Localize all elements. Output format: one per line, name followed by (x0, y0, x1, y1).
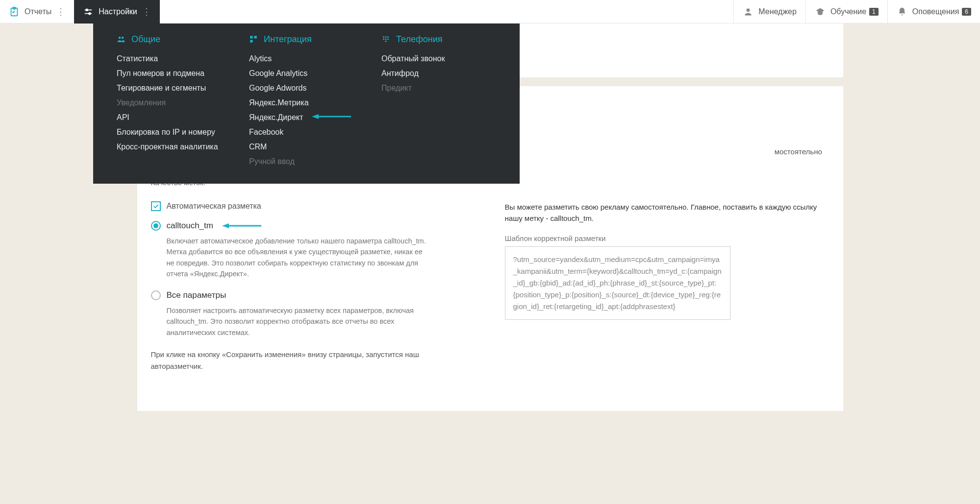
svg-point-15 (383, 38, 384, 40)
dropdown-item-label: Блокировка по IP и номеру (117, 128, 215, 136)
radio-allparams[interactable] (151, 290, 161, 300)
dropdown-col-telephony: Телефония Обратный звонокАнтифродПредикт (373, 34, 505, 169)
nav-settings-label: Настройки (99, 7, 137, 16)
right-intro: Вы можете разметить свою рекламу самосто… (505, 201, 829, 224)
dropdown-item: Предикт (381, 81, 496, 96)
svg-point-6 (122, 36, 124, 39)
dialpad-icon (381, 35, 391, 45)
dropdown-item[interactable]: Тегирование и сегменты (117, 81, 231, 96)
nav-alerts[interactable]: Оповещения 6 (887, 0, 980, 24)
radio-calltouch[interactable] (151, 221, 161, 231)
person-icon (743, 6, 754, 17)
dropdown-item[interactable]: CRM (249, 140, 364, 154)
dropdown-item-label: Google Adwords (249, 84, 306, 92)
radio-calltouch-block: calltouch_tm Включает автоматическое доб… (151, 221, 476, 280)
graduation-icon (815, 6, 826, 17)
nav-training-label: Обучение (830, 7, 866, 16)
dropdown-item-label: Статистика (117, 54, 158, 63)
dropdown-item-label: Alytics (249, 54, 272, 63)
svg-point-18 (385, 41, 387, 42)
dropdown-item[interactable]: Пул номеров и подмена (117, 66, 231, 81)
dropdown-item[interactable]: Яндекс.Директ (249, 110, 364, 125)
dropdown-item-label: Обратный звонок (381, 54, 445, 63)
dropdown-item-label: Facebook (249, 128, 283, 136)
svg-marker-11 (312, 114, 319, 119)
radio-allparams-block: Все параметры Позволяет настроить автома… (151, 290, 476, 338)
dropdown-item-label: Пул номеров и подмена (117, 69, 204, 77)
dropdown-header-general-label: Общие (131, 34, 160, 45)
dropdown-item[interactable]: Блокировка по IP и номеру (117, 125, 231, 140)
dropdown-header-telephony-label: Телефония (396, 34, 442, 45)
right-column: Вы можете разметить свою рекламу самосто… (490, 201, 829, 391)
dropdown-item-label: Яндекс.Метрика (249, 98, 309, 107)
sliders-icon (83, 6, 94, 17)
settings-dropdown: Общие СтатистикаПул номеров и подменаТег… (93, 24, 520, 184)
blocks-icon (249, 35, 259, 45)
dropdown-item-label: Google Analytics (249, 69, 307, 77)
svg-rect-9 (250, 40, 252, 42)
svg-point-17 (387, 38, 389, 40)
dropdown-header-integration: Интеграция (249, 34, 364, 45)
nav-reports[interactable]: Отчеты ⋮ (0, 0, 74, 24)
dots-icon[interactable]: ⋮ (142, 6, 151, 17)
nav-manager[interactable]: Менеджер (733, 0, 805, 24)
footer-note: При клике на кнопку «Сохранить изменения… (151, 349, 465, 372)
dropdown-item[interactable]: Google Analytics (249, 66, 364, 81)
svg-marker-20 (222, 223, 229, 228)
topbar: Отчеты ⋮ Настройки ⋮ Менеджер (0, 0, 980, 24)
left-column: Автоматическая разметка calltouch_tm Вкл… (151, 201, 490, 391)
nav-manager-label: Менеджер (758, 7, 797, 16)
bell-icon (897, 6, 907, 17)
dropdown-item[interactable]: Facebook (249, 125, 364, 140)
dropdown-header-general: Общие (117, 34, 231, 45)
dropdown-item[interactable]: Антифрод (381, 66, 496, 81)
auto-markup-row: Автоматическая разметка (151, 201, 476, 211)
dropdown-item-label: Кросс-проектная аналитика (117, 143, 218, 151)
alerts-badge: 6 (962, 8, 971, 16)
nav-alerts-label: Оповещения (912, 7, 959, 16)
radio-calltouch-label: calltouch_tm (167, 221, 213, 231)
dropdown-item[interactable]: Google Adwords (249, 81, 364, 96)
clipboard-icon (9, 6, 20, 17)
dropdown-item[interactable]: Яндекс.Метрика (249, 96, 364, 110)
svg-point-14 (387, 36, 389, 38)
people-icon (117, 35, 126, 45)
dropdown-item: Ручной ввод (249, 154, 364, 169)
dropdown-item-label: Яндекс.Директ (249, 113, 303, 121)
svg-point-13 (385, 36, 387, 38)
svg-rect-8 (254, 36, 257, 38)
dropdown-item-label: Антифрод (381, 69, 419, 77)
template-box[interactable]: ?utm_source=yandex&utm_medium=cpc&utm_ca… (505, 246, 730, 320)
dropdown-item[interactable]: API (117, 110, 231, 125)
dropdown-item[interactable]: Статистика (117, 51, 231, 66)
topbar-left: Отчеты ⋮ Настройки ⋮ (0, 0, 160, 24)
dropdown-item-label: API (117, 113, 129, 121)
nav-settings[interactable]: Настройки ⋮ (74, 0, 159, 24)
svg-rect-7 (250, 36, 252, 38)
radio-allparams-desc: Позволяет настроить автоматическую разме… (167, 305, 431, 338)
dropdown-col-integration: Интеграция AlyticsGoogle AnalyticsGoogle… (240, 34, 373, 169)
svg-point-5 (119, 36, 121, 39)
dropdown-item-label: Ручной ввод (249, 157, 295, 166)
dropdown-item[interactable]: Обратный звонок (381, 51, 496, 66)
svg-point-2 (86, 9, 88, 11)
svg-point-16 (385, 38, 387, 40)
svg-point-12 (383, 36, 384, 38)
dots-icon[interactable]: ⋮ (56, 6, 65, 17)
topbar-right: Менеджер Обучение 1 Оповещения 6 (733, 0, 980, 24)
dropdown-item: Уведомления (117, 96, 231, 110)
nav-reports-label: Отчеты (25, 7, 51, 16)
radio-allparams-label: Все параметры (167, 290, 226, 300)
training-badge: 1 (869, 8, 879, 16)
auto-markup-checkbox[interactable] (151, 201, 161, 211)
dropdown-header-telephony: Телефония (381, 34, 496, 45)
dropdown-col-general: Общие СтатистикаПул номеров и подменаТег… (108, 34, 240, 169)
arrow-annotation-icon (222, 222, 261, 229)
dropdown-item[interactable]: Кросс-проектная аналитика (117, 140, 231, 154)
dropdown-item[interactable]: Alytics (249, 51, 364, 66)
auto-markup-label: Автоматическая разметка (167, 202, 261, 211)
nav-training[interactable]: Обучение 1 (805, 0, 887, 24)
template-label: Шаблон корректной разметки (505, 234, 829, 242)
radio-calltouch-desc: Включает автоматическое добавление тольк… (167, 236, 431, 280)
arrow-annotation-icon (312, 113, 351, 120)
